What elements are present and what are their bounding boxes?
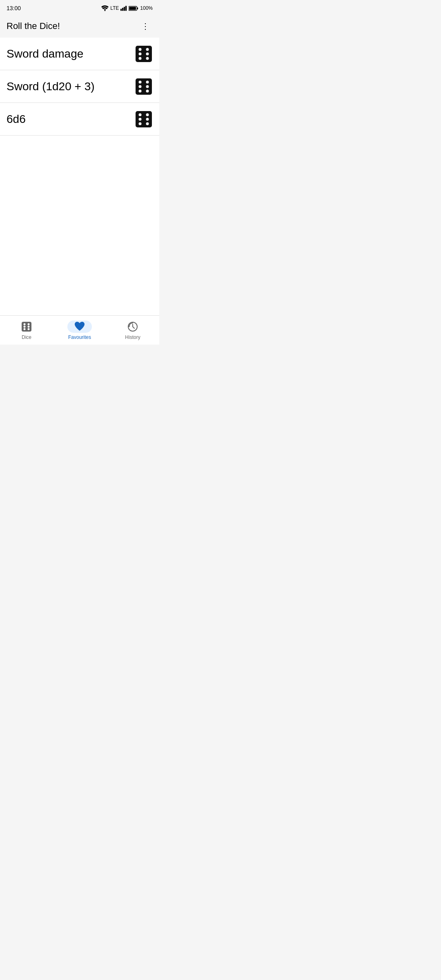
battery-percent: 100% [140,5,153,11]
svg-point-8 [139,48,142,51]
list-item[interactable]: Sword (1d20 + 3) [0,70,159,103]
app-bar: Roll the Dice! ⋮ [0,15,159,38]
history-tab-label: History [125,334,140,340]
bottom-navigation: Dice Favourites History [0,315,159,345]
status-icons: LTE 100% [101,5,153,11]
svg-point-25 [146,113,149,116]
svg-point-16 [139,85,142,88]
svg-point-26 [146,118,149,120]
svg-point-24 [139,122,142,125]
favourites-tab-icon-container [67,321,92,333]
favourites-list: Sword damage Sword (1d20 + 3) [0,38,159,315]
svg-point-9 [139,52,142,55]
status-bar: 13:00 LTE 100% [0,0,159,15]
item-label: Sword (1d20 + 3) [7,80,135,93]
svg-point-32 [28,323,30,325]
history-tab-icon-container [121,321,145,333]
svg-point-33 [28,326,30,328]
more-options-button[interactable]: ⋮ [138,19,153,33]
roll-dice-button[interactable] [135,78,153,96]
heart-nav-icon [74,321,85,332]
roll-dice-button[interactable] [135,45,153,63]
svg-rect-6 [129,7,136,9]
item-label: 6d6 [7,113,135,126]
favourites-tab-label: Favourites [68,334,91,340]
svg-point-22 [139,113,142,116]
item-label: Sword damage [7,47,135,60]
dice-tab-icon-container [15,321,38,333]
svg-point-18 [146,80,149,83]
svg-rect-2 [124,7,125,11]
app-title: Roll the Dice! [7,21,60,31]
list-item[interactable]: 6d6 [0,103,159,136]
svg-rect-5 [137,7,138,9]
dice-tab-label: Dice [22,334,31,340]
dice-icon [135,45,153,63]
svg-point-19 [146,85,149,88]
svg-rect-0 [120,9,122,11]
roll-dice-button[interactable] [135,110,153,128]
battery-icon [129,6,138,11]
svg-point-13 [146,57,149,60]
wifi-icon [101,5,109,11]
svg-point-29 [24,323,26,325]
svg-rect-21 [136,111,152,127]
tab-history[interactable]: History [106,319,159,340]
svg-point-27 [146,122,149,125]
svg-point-31 [24,328,26,330]
svg-point-10 [139,57,142,60]
status-time: 13:00 [7,5,21,11]
svg-point-20 [146,89,149,92]
lte-label: LTE [110,5,119,11]
svg-point-12 [146,52,149,55]
dice-nav-icon [21,321,32,332]
history-nav-icon [127,321,138,332]
svg-rect-28 [22,322,31,332]
svg-point-15 [139,80,142,83]
signal-icon [120,5,127,11]
svg-point-11 [146,48,149,51]
svg-point-30 [24,326,26,328]
dice-icon [135,110,153,128]
svg-rect-7 [136,46,152,62]
svg-point-23 [139,118,142,120]
svg-rect-1 [122,8,123,11]
dice-icon [135,78,153,96]
more-options-icon: ⋮ [141,21,149,31]
tab-dice[interactable]: Dice [0,319,53,340]
svg-point-17 [139,89,142,92]
list-item[interactable]: Sword damage [0,38,159,70]
svg-rect-3 [125,6,127,11]
tab-favourites[interactable]: Favourites [53,319,106,340]
svg-point-34 [28,328,30,330]
svg-rect-14 [136,78,152,95]
